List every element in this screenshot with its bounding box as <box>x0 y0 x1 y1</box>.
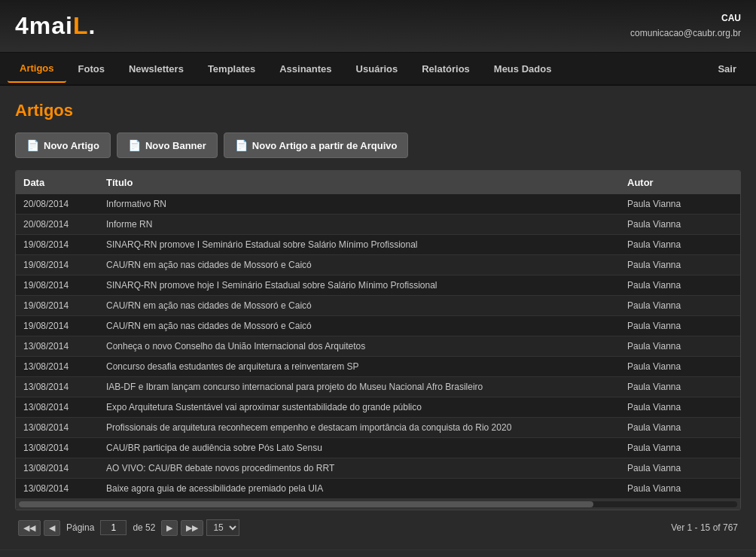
last-page-button[interactable]: ▶▶ <box>181 520 203 536</box>
row-author: Paula Vianna <box>620 296 740 316</box>
per-page-select[interactable]: 15 25 50 <box>206 519 239 536</box>
pagination-info: Ver 1 - 15 of 767 <box>671 522 738 533</box>
col-header-date: Data <box>16 171 99 194</box>
nav-item-usuarios[interactable]: Usuários <box>344 56 410 82</box>
table-row[interactable]: 13/08/2014 IAB-DF e Ibram lançam concurs… <box>16 377 740 397</box>
nav-item-assinantes[interactable]: Assinantes <box>267 56 343 82</box>
new-from-file-button[interactable]: 📄 Novo Artigo a partir de Arquivo <box>224 132 409 158</box>
new-from-file-icon: 📄 <box>235 139 248 151</box>
row-title: SINARQ-RN promove I Seminário Estadual s… <box>99 235 620 255</box>
row-author: Paula Vianna <box>620 215 740 235</box>
toolbar: 📄 Novo Artigo 📄 Novo Banner 📄 Novo Artig… <box>15 132 741 158</box>
pagination-controls: ◀◀ ◀ Página de 52 ▶ ▶▶ 15 25 50 <box>18 519 239 536</box>
first-page-button[interactable]: ◀◀ <box>18 520 41 536</box>
pagination-bar: ◀◀ ◀ Página de 52 ▶ ▶▶ 15 25 50 Ver 1 - … <box>15 513 741 542</box>
total-pages-label: de 52 <box>133 522 155 533</box>
table-row[interactable]: 19/08/2014 CAU/RN em ação nas cidades de… <box>16 255 740 275</box>
row-date: 13/08/2014 <box>16 458 99 479</box>
prev-page-button[interactable]: ◀ <box>44 520 60 536</box>
table-row[interactable]: 13/08/2014 Concurso desafia estudantes d… <box>16 357 740 377</box>
row-author: Paula Vianna <box>620 377 740 397</box>
new-from-file-label: Novo Artigo a partir de Arquivo <box>252 140 398 151</box>
table-row[interactable]: 20/08/2014 Informe RN Paula Vianna <box>16 215 740 235</box>
table-row[interactable]: 13/08/2014 Expo Arquitetura Sustentável … <box>16 397 740 418</box>
new-banner-icon: 📄 <box>128 139 141 151</box>
next-page-button[interactable]: ▶ <box>161 520 178 536</box>
new-banner-label: Novo Banner <box>145 140 206 151</box>
row-date: 13/08/2014 <box>16 377 99 397</box>
row-author: Paula Vianna <box>620 194 740 215</box>
user-info: CAU comunicacao@caubr.org.br <box>630 11 741 40</box>
scrollbar-thumb <box>19 501 593 507</box>
row-date: 19/08/2014 <box>16 275 99 296</box>
row-author: Paula Vianna <box>620 255 740 275</box>
main-content: Artigos 📄 Novo Artigo 📄 Novo Banner 📄 No… <box>0 86 756 549</box>
app-footer: 4Mail © Copyright Oak Soluções Empresari… <box>0 549 756 557</box>
table-row[interactable]: 19/08/2014 CAU/RN em ação nas cidades de… <box>16 296 740 316</box>
row-title: Expo Arquitetura Sustentável vai aproxim… <box>99 397 620 418</box>
row-title: CAU/BR participa de audiência sobre Pós … <box>99 438 620 458</box>
col-header-title: Título <box>99 171 620 194</box>
page-title: Artigos <box>15 101 741 120</box>
nav-item-newsletters[interactable]: Newsletters <box>117 56 196 82</box>
row-title: Conheça o novo Conselho da União Interna… <box>99 336 620 357</box>
scrollbar-track <box>19 501 737 507</box>
app-header: 4maiL. CAU comunicacao@caubr.org.br <box>0 0 756 53</box>
articles-table-container: Data Título Autor 20/08/2014 Informativo… <box>15 170 741 510</box>
nav-logout[interactable]: Sair <box>706 56 748 82</box>
row-date: 20/08/2014 <box>16 215 99 235</box>
row-date: 19/08/2014 <box>16 296 99 316</box>
page-input[interactable] <box>100 520 127 535</box>
row-title: CAU/RN em ação nas cidades de Mossoró e … <box>99 316 620 336</box>
app-logo: 4maiL. <box>15 12 96 40</box>
user-email: comunicacao@caubr.org.br <box>630 26 741 41</box>
articles-table: Data Título Autor 20/08/2014 Informativo… <box>16 171 740 499</box>
row-date: 20/08/2014 <box>16 194 99 215</box>
nav-item-relatorios[interactable]: Relatórios <box>410 56 482 82</box>
row-author: Paula Vianna <box>620 397 740 418</box>
row-date: 13/08/2014 <box>16 336 99 357</box>
table-row[interactable]: 13/08/2014 CAU/BR participa de audiência… <box>16 438 740 458</box>
table-row[interactable]: 19/08/2014 SINARQ-RN promove hoje I Semi… <box>16 275 740 296</box>
row-title: IAB-DF e Ibram lançam concurso internaci… <box>99 377 620 397</box>
nav-item-templates[interactable]: Templates <box>196 56 267 82</box>
table-row[interactable]: 19/08/2014 SINARQ-RN promove I Seminário… <box>16 235 740 255</box>
row-date: 19/08/2014 <box>16 235 99 255</box>
logo-highlight: L <box>73 12 89 39</box>
row-date: 19/08/2014 <box>16 255 99 275</box>
row-author: Paula Vianna <box>620 235 740 255</box>
row-title: SINARQ-RN promove hoje I Seminário Estad… <box>99 275 620 296</box>
new-banner-button[interactable]: 📄 Novo Banner <box>117 132 218 158</box>
table-row[interactable]: 19/08/2014 CAU/RN em ação nas cidades de… <box>16 316 740 336</box>
nav-item-meus-dados[interactable]: Meus Dados <box>482 56 564 82</box>
user-org: CAU <box>630 11 741 26</box>
main-nav: Artigos Fotos Newsletters Templates Assi… <box>0 53 756 86</box>
row-title: Informe RN <box>99 215 620 235</box>
row-title: CAU/RN em ação nas cidades de Mossoró e … <box>99 255 620 275</box>
new-article-icon: 📄 <box>26 139 39 151</box>
new-article-button[interactable]: 📄 Novo Artigo <box>15 132 111 158</box>
table-row[interactable]: 13/08/2014 Conheça o novo Conselho da Un… <box>16 336 740 357</box>
table-header-row: Data Título Autor <box>16 171 740 194</box>
table-row[interactable]: 13/08/2014 Profissionais de arquitetura … <box>16 418 740 438</box>
table-row[interactable]: 13/08/2014 Baixe agora guia de acessibil… <box>16 479 740 499</box>
row-date: 13/08/2014 <box>16 357 99 377</box>
row-title: CAU/RN em ação nas cidades de Mossoró e … <box>99 296 620 316</box>
row-title: Profissionais de arquitetura reconhecem … <box>99 418 620 438</box>
table-row[interactable]: 20/08/2014 Informativo RN Paula Vianna <box>16 194 740 215</box>
table-row[interactable]: 13/08/2014 AO VIVO: CAU/BR debate novos … <box>16 458 740 479</box>
page-label: Página <box>66 522 94 533</box>
row-author: Paula Vianna <box>620 357 740 377</box>
row-date: 13/08/2014 <box>16 418 99 438</box>
row-author: Paula Vianna <box>620 336 740 357</box>
row-title: Concurso desafia estudantes de arquitetu… <box>99 357 620 377</box>
row-author: Paula Vianna <box>620 418 740 438</box>
row-author: Paula Vianna <box>620 458 740 479</box>
row-date: 13/08/2014 <box>16 479 99 499</box>
nav-item-artigos[interactable]: Artigos <box>8 55 66 83</box>
row-date: 13/08/2014 <box>16 438 99 458</box>
horizontal-scrollbar[interactable] <box>16 499 740 510</box>
nav-item-fotos[interactable]: Fotos <box>66 56 117 82</box>
row-title: AO VIVO: CAU/BR debate novos procediment… <box>99 458 620 479</box>
row-title: Informativo RN <box>99 194 620 215</box>
